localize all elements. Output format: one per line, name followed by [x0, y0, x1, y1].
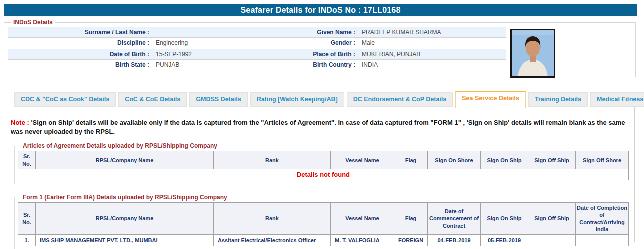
- tab-cdc-coc-as-cook-details[interactable]: CDC & "CoC as Cook" Details: [14, 92, 116, 107]
- place-of-birth-label: Place of Birth :: [301, 50, 357, 60]
- tab-medical-fitness-certificate[interactable]: Medical Fitness Certificate: [590, 92, 644, 107]
- gender-value: Male: [357, 38, 506, 49]
- birth-state-value: PUNJAB: [151, 60, 301, 71]
- column-header-vessel-name: Vessel Name: [331, 152, 394, 170]
- column-header-sign-on-shore: Sign On Shore: [428, 152, 481, 170]
- form1-table: Sr. No. RPSL/Company Name Rank Vessel Na…: [18, 202, 629, 246]
- cell-vessel-name: M. T. VALFOGLIA: [331, 235, 394, 246]
- articles-header-row: Sr. No. RPSL/Company Name Rank Vessel Na…: [18, 152, 629, 170]
- tab-sea-service-details[interactable]: Sea Service Details: [455, 92, 526, 108]
- column-header-vessel-name: Vessel Name: [331, 202, 394, 234]
- column-header-flag: Flag: [394, 202, 428, 234]
- gender-label: Gender :: [301, 38, 357, 49]
- articles-legend: Articles of Agreement Details uploaded b…: [21, 142, 219, 150]
- cell-sign-off-ship: [528, 235, 576, 246]
- column-header-rpsl-company: RPSL/Company Name: [36, 202, 214, 234]
- tab-bar: CDC & "CoC as Cook" Details CoC & CoE De…: [4, 92, 644, 107]
- date-of-birth-value: 15-SEP-1992: [151, 50, 301, 60]
- column-header-rank: Rank: [214, 152, 331, 170]
- form1-legend: Form 1 (Earlier Form IIIA) Details uploa…: [21, 194, 229, 201]
- note-body: 'Sign on Ship' details will be available…: [11, 119, 625, 136]
- column-header-sr-no: Sr. No.: [18, 152, 36, 170]
- tab-coc-coe-details[interactable]: CoC & CoE Details: [118, 92, 187, 107]
- column-header-rpsl-company: RPSL/Company Name: [36, 152, 214, 170]
- birth-country-value: INDIA: [357, 60, 506, 71]
- form1-header-row: Sr. No. RPSL/Company Name Rank Vessel Na…: [18, 202, 629, 234]
- column-header-sr-no: Sr. No.: [18, 202, 36, 234]
- articles-empty-row: Details not found: [18, 169, 629, 180]
- cell-rpsl-company: IMS SHIP MANAGEMENT PVT. LTD., MUMBAI: [36, 235, 214, 246]
- cell-sign-on-ship: 05-FEB-2019: [481, 235, 528, 246]
- indos-details-legend: INDoS Details: [11, 19, 55, 26]
- sea-service-panel: Note : 'Sign on Ship' details will be av…: [4, 105, 635, 242]
- seafarer-photo-image: [512, 30, 554, 76]
- indos-details-section: INDoS Details Surname / Last Name : Give…: [4, 19, 636, 78]
- tab-gmdss-details[interactable]: GMDSS Details: [189, 92, 247, 107]
- discipline-value: Engineering: [151, 38, 301, 49]
- discipline-label: Discipline :: [8, 38, 151, 49]
- cell-flag: FOREIGN: [394, 235, 428, 246]
- column-header-sign-on-ship: Sign On Ship: [481, 202, 528, 234]
- indos-row-state: Birth State : PUNJAB Birth Country : IND…: [8, 60, 506, 71]
- indos-row-name: Surname / Last Name : Given Name : PRADE…: [8, 27, 506, 38]
- column-header-sign-off-ship: Sign Off Ship: [528, 152, 576, 170]
- cell-sr-no: 1.: [18, 235, 36, 246]
- cell-date-completion: [576, 235, 629, 246]
- column-header-sign-off-shore: Sign Off Shore: [576, 152, 629, 170]
- birth-state-label: Birth State :: [8, 60, 151, 71]
- indos-details-grid: Surname / Last Name : Given Name : PRADE…: [8, 27, 506, 71]
- articles-table: Sr. No. RPSL/Company Name Rank Vessel Na…: [18, 151, 629, 180]
- page-title: Seafarer Details for INDoS No : 17LL0168: [4, 4, 637, 16]
- birth-country-label: Birth Country :: [301, 60, 357, 71]
- column-header-date-completion: Date of Completion of Contract/Arriving …: [576, 202, 629, 234]
- cell-rank: Assitant Electrical/Electronics Officer: [214, 235, 331, 246]
- column-header-sign-off-ship: Sign Off Ship: [528, 202, 576, 234]
- tab-training-details[interactable]: Training Details: [528, 92, 588, 107]
- column-header-flag: Flag: [394, 152, 428, 170]
- indos-row-birth: Date of Birth : 15-SEP-1992 Place of Bir…: [8, 49, 506, 60]
- given-name-label: Given Name :: [301, 28, 357, 38]
- column-header-rank: Rank: [214, 202, 331, 234]
- tab-dc-endorsement-cop-details[interactable]: DC Endorsement & CoP Details: [347, 92, 453, 107]
- place-of-birth-value: MUKERIAN, PUNJAB: [357, 50, 506, 60]
- indos-row-discipline: Discipline : Engineering Gender : Male: [8, 38, 506, 49]
- given-name-value: PRADEEP KUMAR SHARMA: [357, 28, 506, 38]
- column-header-date-commencement: Date of Commencement of Contract: [428, 202, 481, 234]
- tab-rating-watch-keeping-ab[interactable]: Rating [Watch Keeping/AB]: [250, 92, 344, 107]
- note-label: Note :: [11, 119, 29, 126]
- note-text: Note : 'Sign on Ship' details will be av…: [11, 118, 627, 136]
- seafarer-photo: [510, 29, 555, 78]
- empty-message: Details not found: [18, 169, 629, 180]
- date-of-birth-label: Date of Birth :: [8, 50, 151, 60]
- surname-value: [151, 28, 301, 38]
- cell-date-commencement: 04-FEB-2019: [428, 235, 481, 246]
- surname-label: Surname / Last Name :: [8, 28, 151, 38]
- column-header-sign-on-ship: Sign On Ship: [481, 152, 528, 170]
- table-row: 1. IMS SHIP MANAGEMENT PVT. LTD., MUMBAI…: [18, 235, 629, 246]
- form1-section: Form 1 (Earlier Form IIIA) Details uploa…: [14, 194, 632, 249]
- articles-of-agreement-section: Articles of Agreement Details uploaded b…: [14, 142, 632, 184]
